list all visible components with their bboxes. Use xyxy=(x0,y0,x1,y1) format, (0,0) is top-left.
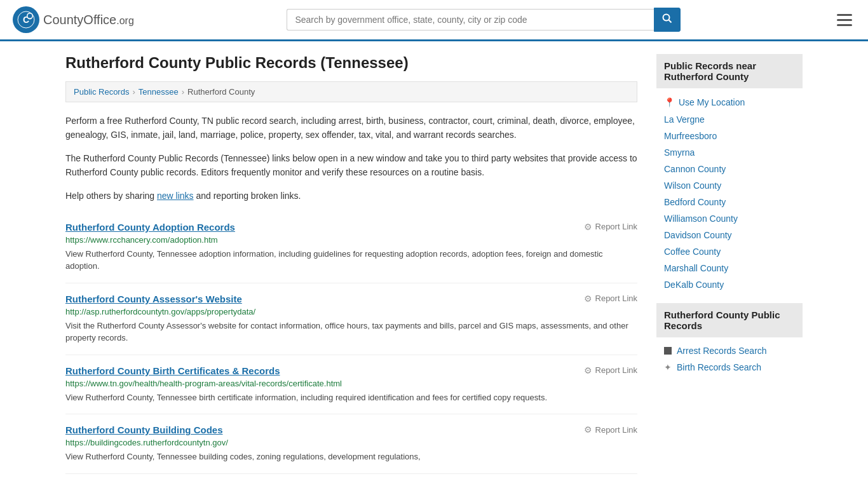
svg-line-5 xyxy=(669,20,672,23)
search-button[interactable] xyxy=(654,8,681,32)
sidebar-nearby-5[interactable]: Bedford County xyxy=(656,194,803,210)
record-header-0: Rutherford County Adoption Records ⚙ Rep… xyxy=(65,222,637,233)
header: C CountyOffice.org xyxy=(0,0,868,41)
record-title-3[interactable]: Rutherford County Building Codes xyxy=(65,424,222,435)
menu-icon-line1 xyxy=(837,14,852,16)
sidebar-nearby-8[interactable]: Coffee County xyxy=(656,243,803,260)
report-label-0: Report Link xyxy=(595,222,637,231)
sidebar-nearby-links: La VergneMurfreesboroSmyrnaCannon County… xyxy=(656,111,803,293)
record-desc-0: View Rutherford County, Tennessee adopti… xyxy=(65,248,637,273)
report-label-3: Report Link xyxy=(595,425,637,435)
nearby-link-9[interactable]: Marshall County xyxy=(664,263,728,273)
svg-point-4 xyxy=(663,15,670,21)
sidebar-arrest-records[interactable]: Arrest Records Search xyxy=(656,342,803,359)
sidebar-nearby-1[interactable]: Murfreesboro xyxy=(656,128,803,144)
record-header-2: Rutherford County Birth Certificates & R… xyxy=(65,365,637,376)
record-desc-1: Visit the Rutherford County Assessor's w… xyxy=(65,320,637,344)
menu-icon-line3 xyxy=(837,24,852,26)
logo-text: CountyOffice.org xyxy=(43,13,134,27)
description-1: Perform a free Rutherford County, TN pub… xyxy=(65,114,637,142)
arrest-records-link[interactable]: Arrest Records Search xyxy=(677,346,767,356)
arrest-records-icon xyxy=(664,347,672,355)
desc3-pre: Help others by sharing xyxy=(65,191,157,201)
nearby-link-0[interactable]: La Vergne xyxy=(664,114,705,125)
nearby-link-7[interactable]: Davidson County xyxy=(664,230,732,240)
nearby-link-1[interactable]: Murfreesboro xyxy=(664,131,717,141)
record-url-1[interactable]: http://asp.rutherfordcountytn.gov/apps/p… xyxy=(65,307,637,316)
record-url-0[interactable]: https://www.rcchancery.com/adoption.htm xyxy=(65,235,637,245)
svg-point-3 xyxy=(28,14,32,18)
sidebar-nearby-3[interactable]: Cannon County xyxy=(656,161,803,177)
record-title-0[interactable]: Rutherford County Adoption Records xyxy=(65,222,235,233)
sidebar-nearby-2[interactable]: Smyrna xyxy=(656,144,803,161)
report-link-0[interactable]: ⚙ Report Link xyxy=(584,222,637,232)
sidebar-nearby-7[interactable]: Davidson County xyxy=(656,227,803,243)
desc3-post: and reporting broken links. xyxy=(194,191,301,201)
record-desc-2: View Rutherford County, Tennessee birth … xyxy=(65,391,637,404)
record-url-3[interactable]: https://buildingcodes.rutherfordcountytn… xyxy=(65,438,637,447)
logo-icon: C xyxy=(13,6,39,33)
sidebar-records-header: Rutherford County Public Records xyxy=(656,303,803,337)
nearby-link-2[interactable]: Smyrna xyxy=(664,147,695,158)
records-list: Rutherford County Adoption Records ⚙ Rep… xyxy=(65,212,637,474)
nearby-link-10[interactable]: DeKalb County xyxy=(664,280,724,290)
record-entry-0: Rutherford County Adoption Records ⚙ Rep… xyxy=(65,212,637,283)
breadcrumb: Public Records › Tennessee › Rutherford … xyxy=(65,81,637,102)
sidebar-nearby-header: Public Records near Rutherford County xyxy=(656,54,803,88)
sidebar-birth-records[interactable]: ✦ Birth Records Search xyxy=(656,359,803,376)
logo-area: C CountyOffice.org xyxy=(13,6,134,33)
record-entry-2: Rutherford County Birth Certificates & R… xyxy=(65,355,637,415)
sidebar-records-section: Rutherford County Public Records Arrest … xyxy=(656,303,803,376)
description-2: The Rutherford County Public Records (Te… xyxy=(65,151,637,180)
birth-records-link[interactable]: Birth Records Search xyxy=(677,362,761,372)
sidebar-use-my-location[interactable]: 📍 Use My Location xyxy=(656,93,803,111)
use-my-location-link[interactable]: Use My Location xyxy=(679,97,745,107)
breadcrumb-sep2: › xyxy=(182,87,184,97)
record-header-3: Rutherford County Building Codes ⚙ Repor… xyxy=(65,424,637,435)
search-area xyxy=(287,8,681,32)
report-link-3[interactable]: ⚙ Report Link xyxy=(584,424,637,435)
record-desc-3: View Rutherford County, Tennessee buildi… xyxy=(65,451,637,463)
report-icon-2: ⚙ xyxy=(584,365,592,376)
record-title-1[interactable]: Rutherford County Assessor's Website xyxy=(65,294,242,304)
main-layout: Rutherford County Public Records (Tennes… xyxy=(53,41,815,487)
nearby-link-4[interactable]: Wilson County xyxy=(664,180,721,191)
menu-button[interactable] xyxy=(834,11,855,29)
sidebar-nearby-10[interactable]: DeKalb County xyxy=(656,276,803,293)
logo-ext: .org xyxy=(116,15,134,26)
nearby-link-6[interactable]: Williamson County xyxy=(664,214,738,224)
logo-name: CountyOffice xyxy=(43,13,116,27)
breadcrumb-current: Rutherford County xyxy=(187,87,255,97)
breadcrumb-public-records[interactable]: Public Records xyxy=(74,87,129,97)
description-3: Help others by sharing new links and rep… xyxy=(65,189,637,203)
breadcrumb-sep1: › xyxy=(132,87,135,97)
report-icon-0: ⚙ xyxy=(584,222,592,232)
breadcrumb-tennessee[interactable]: Tennessee xyxy=(139,87,179,97)
record-header-1: Rutherford County Assessor's Website ⚙ R… xyxy=(65,294,637,304)
location-pin-icon: 📍 xyxy=(664,97,675,107)
report-icon-1: ⚙ xyxy=(584,294,592,304)
record-entry-3: Rutherford County Building Codes ⚙ Repor… xyxy=(65,414,637,474)
sidebar-nearby-9[interactable]: Marshall County xyxy=(656,260,803,276)
nearby-link-8[interactable]: Coffee County xyxy=(664,247,721,257)
search-input[interactable] xyxy=(287,9,654,30)
record-url-2[interactable]: https://www.tn.gov/health/health-program… xyxy=(65,379,637,388)
sidebar-nearby-4[interactable]: Wilson County xyxy=(656,177,803,194)
birth-records-icon: ✦ xyxy=(664,362,672,372)
sidebar-nearby-6[interactable]: Williamson County xyxy=(656,210,803,227)
sidebar-nearby-0[interactable]: La Vergne xyxy=(656,111,803,128)
report-icon-3: ⚙ xyxy=(584,424,592,435)
sidebar: Public Records near Rutherford County 📍 … xyxy=(656,54,803,474)
main-content: Rutherford County Public Records (Tennes… xyxy=(65,54,637,474)
record-title-2[interactable]: Rutherford County Birth Certificates & R… xyxy=(65,365,280,376)
nearby-link-3[interactable]: Cannon County xyxy=(664,164,726,174)
report-label-2: Report Link xyxy=(595,365,637,375)
page-title: Rutherford County Public Records (Tennes… xyxy=(65,54,637,72)
report-link-2[interactable]: ⚙ Report Link xyxy=(584,365,637,376)
report-link-1[interactable]: ⚙ Report Link xyxy=(584,294,637,304)
record-entry-1: Rutherford County Assessor's Website ⚙ R… xyxy=(65,283,637,355)
menu-icon-line2 xyxy=(837,19,852,21)
nearby-link-5[interactable]: Bedford County xyxy=(664,197,726,207)
new-links-link[interactable]: new links xyxy=(157,191,194,201)
report-label-1: Report Link xyxy=(595,294,637,303)
